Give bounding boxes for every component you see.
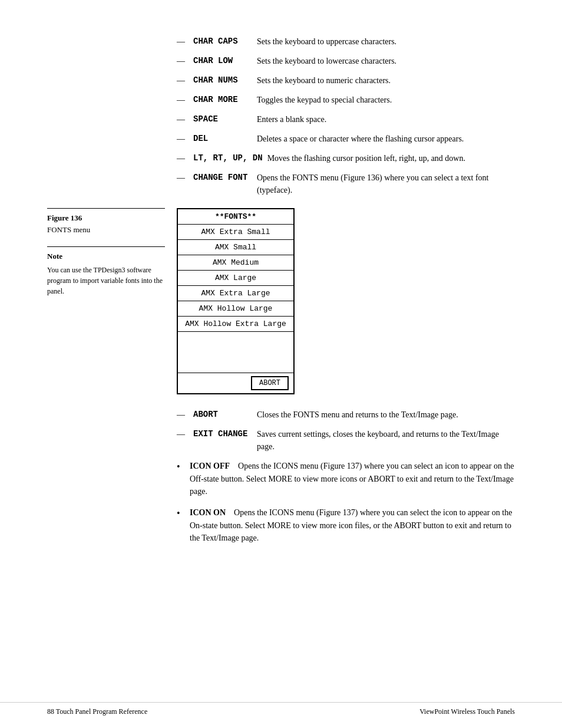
desc-icon-on: ICON ON Opens the ICONS menu (Figure 137… [190,506,515,545]
term-char-more: CHAR MORE [193,94,252,106]
list-item: — LT, RT, UP, DN Moves the flashing curs… [177,152,515,164]
desc-char-caps: Sets the keyboard to uppercase character… [257,35,515,48]
note-label: Note [47,252,165,261]
after-figure-content: — ABORT Closes the FONTS menu and return… [177,409,515,545]
list-item: — CHAR NUMS Sets the keyboard to numeric… [177,74,515,87]
list-item-icon-off: • ICON OFF Opens the ICONS menu (Figure … [177,460,515,498]
list-item: — DEL Deletes a space or character where… [177,133,515,145]
footer: 88 Touch Panel Program Reference ViewPoi… [0,702,562,716]
desc-exit-change: Saves current settings, closes the keybo… [257,428,515,453]
font-item-extra-small[interactable]: AMX Extra Small [178,225,293,240]
list-item-icon-on: • ICON ON Opens the ICONS menu (Figure 1… [177,506,515,545]
main-content: — CHAR CAPS Sets the keyboard to upperca… [177,35,515,196]
term-change-font: CHANGE FONT [193,172,252,196]
desc-lt-rt: Moves the flashing cursor position left,… [267,152,515,164]
list-item: — CHAR LOW Sets the keyboard to lowercas… [177,55,515,67]
after-bullet-list: — ABORT Closes the FONTS menu and return… [177,409,515,453]
term-icon-on: ICON ON [190,508,226,517]
font-item-medium[interactable]: AMX Medium [178,255,293,271]
list-item: — CHAR CAPS Sets the keyboard to upperca… [177,35,515,48]
dash: — [177,94,193,106]
list-item: — SPACE Enters a blank space. [177,113,515,126]
note-section: Note You can use the TPDesign3 software … [47,246,165,297]
list-item-abort: — ABORT Closes the FONTS menu and return… [177,409,515,421]
term-del: DEL [193,133,252,145]
dash: — [177,113,193,126]
term-char-caps: CHAR CAPS [193,35,252,48]
figure-caption: FONTS menu [47,225,165,235]
page: — CHAR CAPS Sets the keyboard to upperca… [0,0,562,728]
font-item-large[interactable]: AMX Large [178,271,293,286]
dash: — [177,152,193,164]
desc-space: Enters a blank space. [257,113,515,126]
fonts-menu-spacer [178,332,293,373]
list-item-exit-change: — EXIT CHANGE Saves current settings, cl… [177,428,515,453]
desc-change-font: Opens the FONTS menu (Figure 136) where … [257,172,515,196]
fonts-menu: **FONTS** AMX Extra Small AMX Small AMX … [177,208,295,394]
abort-row: ABORT [178,373,293,393]
fonts-menu-title: **FONTS** [178,209,293,225]
term-exit-change: EXIT CHANGE [193,428,252,453]
desc-char-nums: Sets the keyboard to numeric characters. [257,74,515,87]
font-item-hollow-extra-large[interactable]: AMX Hollow Extra Large [178,317,293,332]
list-item: — CHANGE FONT Opens the FONTS menu (Figu… [177,172,515,196]
term-char-low: CHAR LOW [193,55,252,67]
dash: — [177,35,193,48]
term-lt-rt: LT, RT, UP, DN [193,152,263,164]
text-icon-on: Opens the ICONS menu (Figure 137) where … [190,508,512,542]
dash: — [177,55,193,67]
desc-char-more: Toggles the keypad to special characters… [257,94,515,106]
desc-char-low: Sets the keyboard to lowercase character… [257,55,515,67]
footer-left: 88 Touch Panel Program Reference [47,707,147,716]
abort-button[interactable]: ABORT [251,376,289,390]
dash: — [177,172,193,196]
term-abort: ABORT [193,409,252,421]
dash: — [177,74,193,87]
note-text: You can use the TPDesign3 software progr… [47,265,165,297]
footer-right: ViewPoint Wireless Touch Panels [419,707,515,716]
dash: — [177,409,193,421]
fonts-menu-container: **FONTS** AMX Extra Small AMX Small AMX … [177,208,515,394]
text-icon-off: Opens the ICONS menu (Figure 137) where … [190,462,514,496]
font-item-extra-large[interactable]: AMX Extra Large [178,286,293,301]
figure-label: Figure 136 [47,208,165,223]
font-item-hollow-large[interactable]: AMX Hollow Large [178,301,293,317]
desc-del: Deletes a space or character where the f… [257,133,515,145]
bullet-dot: • [177,506,187,545]
dash: — [177,133,193,145]
font-item-small[interactable]: AMX Small [178,240,293,255]
dot-bullet-list: • ICON OFF Opens the ICONS menu (Figure … [177,460,515,545]
bullet-list: — CHAR CAPS Sets the keyboard to upperca… [177,35,515,196]
desc-abort: Closes the FONTS menu and returns to the… [257,409,515,421]
left-sidebar: Figure 136 FONTS menu Note You can use t… [47,208,177,394]
term-char-nums: CHAR NUMS [193,74,252,87]
term-space: SPACE [193,113,252,126]
bullet-dot: • [177,460,187,498]
dash: — [177,428,193,453]
two-col-section: Figure 136 FONTS menu Note You can use t… [47,208,515,394]
desc-icon-off: ICON OFF Opens the ICONS menu (Figure 13… [190,460,515,498]
list-item: — CHAR MORE Toggles the keypad to specia… [177,94,515,106]
term-icon-off: ICON OFF [190,462,230,470]
